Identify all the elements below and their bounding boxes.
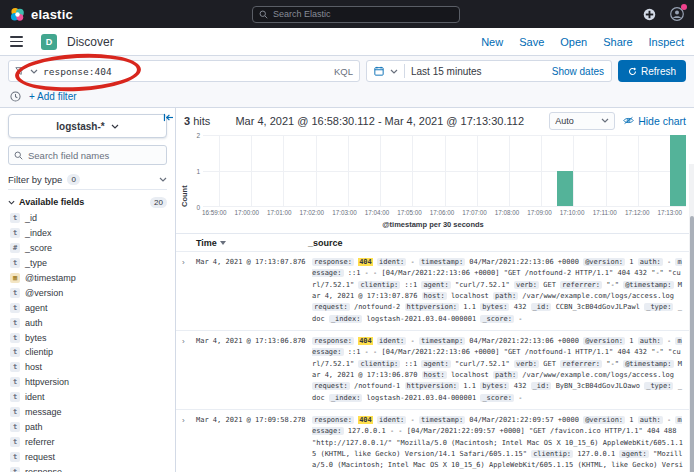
source-field-badge: clientip: — [531, 450, 573, 458]
field-item-message[interactable]: tmessage — [8, 405, 167, 420]
field-list: t_idt_index#_scoret_type▦@timestampt@ver… — [8, 211, 167, 472]
string-field-icon: t — [10, 333, 20, 343]
user-avatar[interactable] — [670, 7, 684, 21]
column-header-time[interactable]: Time — [196, 238, 308, 248]
field-item-auth[interactable]: tauth — [8, 315, 167, 330]
y-tick: 2 — [196, 132, 200, 139]
expand-row-icon[interactable]: › — [182, 336, 190, 404]
hide-chart-button[interactable]: Hide chart — [623, 115, 686, 127]
field-item-_id[interactable]: t_id — [8, 211, 167, 226]
highlighted-value: 404 — [358, 258, 373, 266]
scrollbar-track[interactable] — [689, 164, 694, 472]
source-field-badge: auth: — [638, 416, 663, 424]
source-field-badge: timestamp: — [419, 337, 465, 345]
field-name: ident — [25, 392, 45, 402]
source-field-badge: _id: — [531, 382, 552, 390]
source-field-badge: _score: — [480, 315, 514, 323]
menu-icon[interactable] — [10, 36, 23, 46]
nav-link-new[interactable]: New — [481, 36, 503, 48]
field-name: request — [25, 452, 55, 462]
time-range-button[interactable]: Last 15 minutes — [411, 66, 546, 77]
source-field-badge: request: — [312, 382, 350, 390]
field-item-timestamp[interactable]: ▦@timestamp — [8, 271, 167, 286]
field-item-_type[interactable]: t_type — [8, 256, 167, 271]
field-item-bytes[interactable]: tbytes — [8, 330, 167, 345]
help-icon[interactable] — [643, 8, 656, 21]
available-fields-header[interactable]: Available fields 20 — [8, 193, 167, 211]
calendar-icon[interactable] — [374, 66, 384, 76]
gridline — [380, 135, 381, 206]
field-item-request[interactable]: trequest — [8, 449, 167, 464]
string-field-icon: t — [10, 318, 20, 328]
field-item-path[interactable]: tpath — [8, 419, 167, 434]
x-tick: 17:10:00 — [560, 209, 585, 216]
saved-query-icon[interactable] — [15, 66, 25, 76]
field-item-referrer[interactable]: treferrer — [8, 434, 167, 449]
index-pattern-selector[interactable]: logstash-* — [8, 114, 167, 138]
query-text[interactable]: response:404 — [43, 66, 329, 77]
field-item-_index[interactable]: t_index — [8, 226, 167, 241]
global-header: elastic Search Elastic — [0, 0, 694, 28]
nav-link-share[interactable]: Share — [603, 36, 632, 48]
source-field-badge: request: — [312, 303, 350, 311]
documents-table: Time _source ›Mar 4, 2021 @ 17:13:07.876… — [176, 233, 694, 472]
source-field-badge: response: — [312, 337, 354, 345]
row-timestamp: Mar 4, 2021 @ 17:13:06.870 — [196, 336, 306, 404]
source-field-badge: bytes: — [480, 303, 509, 311]
gridline — [445, 135, 446, 206]
field-name: host — [25, 362, 42, 372]
source-field-badge: auth: — [638, 337, 663, 345]
query-language-button[interactable]: KQL — [334, 66, 353, 77]
source-field-badge: @timestamp: — [623, 281, 673, 289]
field-item-ident[interactable]: tident — [8, 390, 167, 405]
histogram-bar[interactable] — [670, 135, 686, 206]
expand-row-icon[interactable]: › — [182, 257, 190, 325]
nav-link-open[interactable]: Open — [560, 36, 587, 48]
x-tick: 17:12:00 — [625, 209, 650, 216]
source-field-badge: ident: — [377, 416, 406, 424]
filter-history-icon[interactable] — [10, 91, 21, 102]
field-name: bytes — [25, 333, 47, 343]
elastic-brand[interactable]: elastic — [10, 7, 73, 22]
source-field-badge: _index: — [329, 315, 363, 323]
gridline — [412, 135, 413, 206]
expand-row-icon[interactable]: › — [182, 415, 190, 472]
global-search-input[interactable]: Search Elastic — [252, 6, 460, 23]
source-field-badge: verb: — [514, 360, 539, 368]
fields-sidebar: logstash-* Search field names Filter by … — [0, 108, 176, 472]
collapse-sidebar-icon[interactable] — [163, 113, 174, 122]
source-field-badge: agent: — [619, 450, 648, 458]
interval-select[interactable]: Auto — [549, 112, 615, 130]
discover-app-badge[interactable]: D — [41, 34, 57, 50]
chevron-down-icon[interactable] — [390, 69, 398, 74]
field-search-input[interactable]: Search field names — [8, 145, 167, 165]
chevron-down-icon — [111, 124, 119, 129]
filter-by-type-button[interactable]: Filter by type 0 — [8, 170, 167, 190]
refresh-button[interactable]: Refresh — [618, 60, 686, 82]
string-field-icon: t — [10, 258, 20, 268]
field-item-host[interactable]: thost — [8, 360, 167, 375]
y-axis-ticks: 210 — [189, 135, 203, 207]
divider — [404, 64, 405, 78]
add-filter-button[interactable]: + Add filter — [29, 91, 77, 102]
field-item-version[interactable]: t@version — [8, 285, 167, 300]
field-item-httpversion[interactable]: thttpversion — [8, 375, 167, 390]
field-item-clientip[interactable]: tclientip — [8, 345, 167, 360]
string-field-icon: t — [10, 422, 20, 432]
number-field-icon: # — [10, 243, 20, 253]
nav-link-inspect[interactable]: Inspect — [649, 36, 684, 48]
source-field-badge: httpversion: — [405, 382, 460, 390]
gridline — [573, 135, 574, 206]
query-input[interactable]: response:404 KQL — [8, 60, 360, 82]
field-item-_score[interactable]: #_score — [8, 241, 167, 256]
x-tick: 17:05:00 — [397, 209, 422, 216]
nav-link-save[interactable]: Save — [519, 36, 544, 48]
field-item-agent[interactable]: tagent — [8, 300, 167, 315]
show-dates-button[interactable]: Show dates — [552, 66, 604, 77]
histogram-bar[interactable] — [557, 171, 573, 207]
scrollbar-thumb[interactable] — [690, 216, 694, 472]
gridline — [348, 135, 349, 206]
time-range-display: Mar 4, 2021 @ 16:58:30.112 - Mar 4, 2021… — [218, 115, 541, 127]
field-item-response[interactable]: tresponse — [8, 464, 167, 472]
available-fields-count-badge: 20 — [150, 197, 167, 208]
